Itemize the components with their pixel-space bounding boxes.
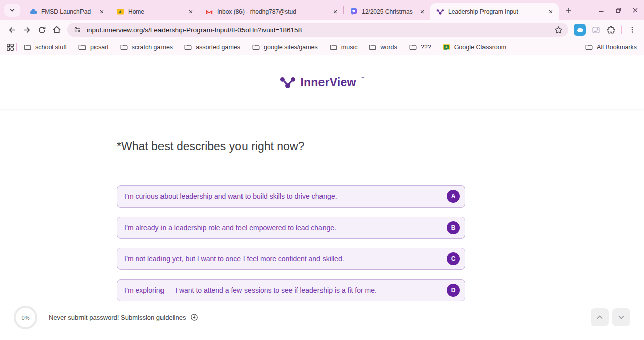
bookmark-folder-scratch-games[interactable]: scratch games (120, 43, 173, 51)
all-bookmarks-button[interactable]: All Bookmarks (585, 43, 637, 51)
question-pager (591, 308, 630, 326)
option-a[interactable]: I’m curious about leadership and want to… (117, 185, 465, 208)
close-icon[interactable] (547, 8, 555, 16)
tab-home[interactable]: Home (110, 3, 199, 20)
home-button[interactable] (49, 22, 64, 37)
apps-grid-icon[interactable] (6, 43, 14, 51)
close-icon (632, 7, 638, 13)
bookmark-label: scratch games (132, 44, 173, 51)
tab-strip: FMSD LaunchPad Home Inbox (86) - rhodhg7… (0, 0, 644, 20)
restore-button[interactable] (610, 3, 627, 17)
forward-button[interactable] (19, 22, 34, 37)
tab-fmsd-launchpad[interactable]: FMSD LaunchPad (23, 3, 110, 20)
bookmark-label: school stuff (35, 44, 67, 51)
chevron-down-icon (9, 7, 15, 13)
tab-title: Home (128, 8, 183, 15)
site-info-icon[interactable] (73, 26, 82, 34)
bookmarks-divider (578, 43, 578, 51)
option-b[interactable]: I’m already in a leadership role and fee… (117, 217, 465, 239)
folder-icon (120, 43, 128, 51)
minimize-button[interactable] (593, 3, 610, 17)
three-dots-icon (629, 26, 636, 33)
previous-question-button[interactable] (591, 308, 609, 326)
bookmark-star-button[interactable] (552, 23, 565, 36)
cloud-extension-button[interactable] (574, 24, 586, 36)
tab-title: Inbox (86) - rhodhg787@stud (217, 8, 327, 15)
cloud-icon (576, 26, 584, 34)
options-list: I’m curious about leadership and want to… (117, 185, 465, 301)
bookmark-folder-school-stuff[interactable]: school stuff (24, 43, 67, 51)
bookmark-label: assorted games (196, 44, 240, 51)
tab-title: Leadership Program Input (448, 8, 543, 15)
browser-toolbar: input.innerview.org/s/Leadership-Program… (0, 20, 644, 39)
progress-label: 0% (22, 315, 30, 321)
bookmark-folder-words[interactable]: words (369, 43, 397, 51)
heart-bubble-icon (350, 8, 358, 16)
bookmark-folder-google-sites-games[interactable]: google sites/games (252, 43, 318, 51)
innerview-icon (436, 8, 444, 16)
bookmark-label: google sites/games (264, 44, 318, 51)
bookmark-folder-picsart[interactable]: picsart (78, 43, 109, 51)
back-button[interactable] (4, 22, 19, 37)
option-c[interactable]: I’m not leading yet, but I want to once … (117, 248, 465, 270)
chevron-down-icon (617, 313, 625, 321)
tab-title: FMSD LaunchPad (41, 8, 94, 15)
site-header: InnerView ™ (0, 55, 644, 109)
tab-leadership-program-input[interactable]: Leadership Program Input (430, 3, 559, 20)
close-icon[interactable] (331, 8, 339, 16)
cloud-icon (29, 8, 37, 16)
bookmark-label: music (341, 44, 358, 51)
google-classroom-icon (443, 43, 450, 51)
guidelines-download-icon[interactable] (190, 313, 198, 321)
star-icon (554, 26, 563, 34)
option-text: I’m already in a leadership role and fee… (124, 224, 447, 232)
bookmarks-right: All Bookmarks (576, 43, 637, 51)
back-icon (8, 26, 16, 34)
innerview-logo: InnerView ™ (279, 74, 364, 91)
side-panel-icon[interactable] (588, 23, 603, 37)
home-icon (52, 25, 61, 34)
option-text: I’m curious about leadership and want to… (124, 192, 447, 200)
extensions-puzzle-icon[interactable] (603, 23, 618, 37)
address-bar[interactable]: input.innerview.org/s/Leadership-Program… (67, 23, 568, 37)
restore-icon (615, 7, 622, 14)
toolbar-divider (621, 26, 622, 34)
close-window-button[interactable] (627, 3, 644, 17)
bookmark-folder-music[interactable]: music (330, 43, 358, 51)
folder-icon (184, 43, 192, 51)
next-question-button[interactable] (612, 308, 630, 326)
bookmark-folder-unknown[interactable]: ??? (409, 43, 431, 51)
url-text: input.innerview.org/s/Leadership-Program… (87, 26, 552, 34)
bookmark-label: words (380, 44, 397, 51)
close-icon[interactable] (98, 8, 106, 16)
reload-icon (38, 26, 46, 34)
tab-christmas-toy-drive[interactable]: 12/2025 Christmas Toy Drive (344, 3, 430, 20)
window-controls (593, 3, 644, 17)
option-d[interactable]: I’m exploring — I want to attend a few s… (117, 279, 465, 301)
folder-icon (585, 43, 593, 51)
close-icon[interactable] (187, 8, 195, 16)
browser-menu-button[interactable] (625, 23, 640, 37)
bookmark-label: ??? (421, 44, 431, 51)
bookmarks-bar: school stuff picsart scratch games assor… (0, 39, 644, 55)
logo-text: InnerView (300, 76, 356, 89)
gmail-icon (205, 8, 213, 16)
progress-indicator: 0% (14, 306, 37, 329)
bookmark-folder-assorted-games[interactable]: assorted games (184, 43, 240, 51)
option-badge: D (447, 284, 460, 297)
folder-icon (24, 43, 31, 51)
innerview-logo-icon (279, 74, 296, 91)
new-tab-button[interactable] (561, 3, 575, 17)
question-text: *What best describes you right now? (117, 138, 644, 154)
tab-search-button[interactable] (4, 4, 20, 17)
close-icon[interactable] (418, 8, 426, 16)
minimize-icon (598, 7, 604, 13)
tab-gmail-inbox[interactable]: Inbox (86) - rhodhg787@stud (199, 3, 343, 20)
footer-notice-text: Never submit password! Submission guidel… (49, 314, 186, 321)
plus-icon (565, 7, 572, 14)
all-bookmarks-label: All Bookmarks (597, 44, 637, 51)
reload-button[interactable] (34, 22, 49, 37)
forward-icon (23, 26, 31, 34)
option-badge: A (447, 190, 460, 203)
bookmark-google-classroom[interactable]: Google Classroom (443, 43, 507, 51)
